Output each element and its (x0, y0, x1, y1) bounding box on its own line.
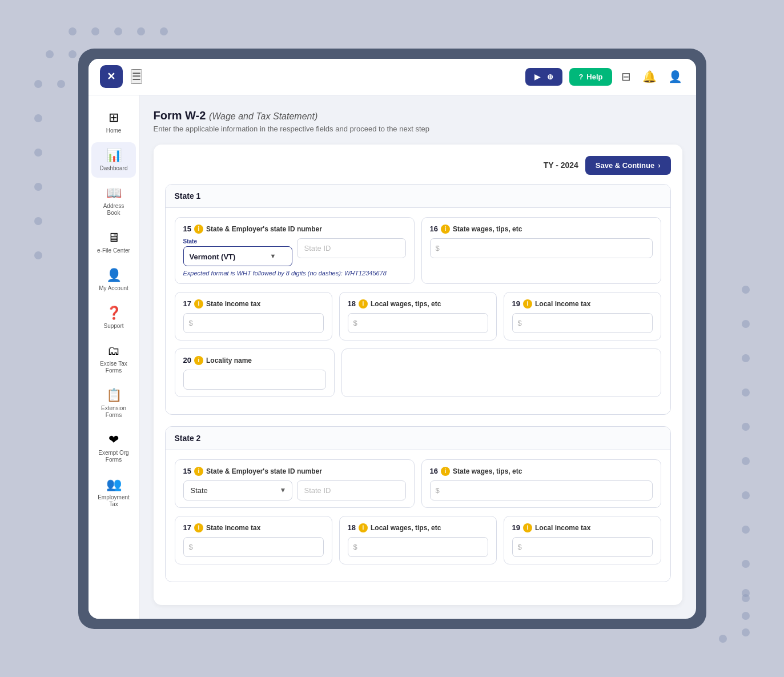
local-wages-input-2[interactable] (348, 537, 488, 557)
logo: ✕ (100, 65, 123, 88)
state1-field15-hint: Expected format is WHT followed by 8 dig… (183, 270, 406, 277)
dollar-sign-18-s2: $ (353, 543, 357, 551)
sidebar-item-exempt-org[interactable]: ❤ Exempt Org Forms (91, 427, 136, 469)
state-wages-input-1[interactable] (430, 238, 653, 258)
sidebar-item-label: Exempt Org Forms (96, 450, 131, 463)
state1-field16: 16 i State wages, tips, etc $ (421, 217, 661, 284)
camera-icon-button[interactable]: ⊟ (619, 67, 633, 86)
state-id-input-1[interactable] (297, 238, 406, 258)
sidebar-item-employment-tax[interactable]: 👥 Employment Tax (91, 471, 136, 514)
info-icon-16[interactable]: i (441, 225, 450, 234)
app-card: ✕ ☰ ▶ ⊕ ? Help ⊟ 🔔 👤 (78, 49, 706, 629)
info-icon-19-s2[interactable]: i (523, 523, 532, 532)
form-container: TY - 2024 Save & Continue › State 1 (154, 145, 682, 605)
state-select-2[interactable]: State Vermont (VT) California (CA) New Y… (183, 480, 292, 500)
top-bar: ✕ ☰ ▶ ⊕ ? Help ⊟ 🔔 👤 (89, 59, 696, 95)
sidebar-item-home[interactable]: ⊞ Home (91, 105, 136, 140)
menu-toggle-button[interactable]: ☰ (131, 69, 142, 84)
state1-empty-cell (341, 348, 661, 397)
field16-input-wrapper: $ (430, 238, 653, 258)
locality-name-input-1[interactable] (183, 370, 326, 390)
state2-row2: 17 i State income tax $ (175, 516, 661, 564)
info-icon-20[interactable]: i (194, 356, 203, 365)
start-icon: ▶ (534, 73, 540, 81)
state1-field17: 17 i State income tax $ (175, 292, 332, 340)
info-icon-15-s2[interactable]: i (194, 467, 203, 476)
sidebar-item-extension-forms[interactable]: 📋 Extension Forms (91, 382, 136, 424)
info-icon-19[interactable]: i (523, 299, 532, 309)
info-icon-17[interactable]: i (194, 299, 203, 309)
info-icon-18-s2[interactable]: i (359, 523, 368, 532)
info-icon-15[interactable]: i (194, 225, 203, 234)
state-id-wrapper-1 (297, 238, 406, 266)
page-subtitle: Enter the applicable information in the … (154, 125, 682, 133)
sidebar-item-label: e-File Center (97, 247, 130, 254)
local-income-tax-input-2[interactable] (512, 537, 653, 557)
local-income-tax-input-1[interactable] (512, 313, 653, 333)
state-select-1[interactable]: Vermont (VT) California (CA) New York (N… (184, 248, 292, 266)
field19-s2-input-wrapper: $ (512, 537, 653, 557)
sidebar-item-label: Address Book (96, 203, 131, 217)
sidebar-item-label: Dashboard (100, 165, 128, 172)
start-button[interactable]: ▶ ⊕ (525, 68, 562, 86)
state-2-section: State 2 15 i State & Employer's state ID… (165, 426, 671, 582)
state-wages-input-2[interactable] (430, 480, 653, 500)
info-icon-17-s2[interactable]: i (194, 523, 203, 532)
excise-tax-icon: 🗂 (107, 343, 120, 358)
chevron-right-icon: › (658, 161, 660, 170)
dollar-sign-19-s2: $ (518, 543, 522, 551)
dollar-sign-19: $ (518, 319, 522, 327)
content-area: Form W-2 (Wage and Tax Statement) Enter … (140, 95, 696, 619)
sidebar-item-excise-tax[interactable]: 🗂 Excise Tax Forms (91, 338, 136, 380)
state2-row1: 15 i State & Employer's state ID number … (175, 459, 661, 508)
efile-icon: 🖥 (107, 230, 120, 245)
state-id-input-2[interactable] (297, 480, 406, 500)
page-title: Form W-2 (Wage and Tax Statement) (154, 109, 682, 122)
sidebar-item-address-book[interactable]: 📖 Address Book (91, 180, 136, 222)
main-layout: ⊞ Home 📊 Dashboard 📖 Address Book 🖥 e-Fi… (89, 95, 696, 619)
state-2-body: 15 i State & Employer's state ID number … (166, 450, 670, 582)
field17-s2-input-wrapper: $ (183, 537, 324, 557)
sidebar-item-label: Home (106, 127, 122, 134)
top-bar-right: ▶ ⊕ ? Help ⊟ 🔔 👤 (525, 67, 684, 86)
state-2-header: State 2 (166, 427, 670, 450)
state1-field19: 19 i Local income tax $ (504, 292, 661, 340)
state-select-wrapper: State Vermont (VT) California (CA) New Y… (183, 238, 292, 266)
ty-label: TY - 2024 (544, 161, 578, 170)
sidebar-item-my-account[interactable]: 👤 My Account (91, 262, 136, 298)
local-wages-input-1[interactable] (348, 313, 488, 333)
employment-tax-icon: 👥 (106, 477, 122, 492)
bell-icon-button[interactable]: 🔔 (640, 67, 659, 86)
state1-field20: 20 i Locality name (175, 348, 335, 397)
profile-icon-button[interactable]: 👤 (666, 67, 685, 86)
help-button[interactable]: ? Help (569, 68, 612, 86)
save-continue-button[interactable]: Save & Continue › (585, 156, 671, 175)
sidebar: ⊞ Home 📊 Dashboard 📖 Address Book 🖥 e-Fi… (89, 95, 140, 619)
state-select-label: State (183, 238, 292, 245)
sidebar-item-label: My Account (99, 285, 128, 292)
state2-field19: 19 i Local income tax $ (504, 516, 661, 564)
sidebar-item-dashboard[interactable]: 📊 Dashboard (91, 142, 136, 178)
state-income-tax-input-2[interactable] (183, 537, 324, 557)
field18-input-wrapper: $ (348, 313, 488, 333)
info-icon-18[interactable]: i (359, 299, 368, 309)
state-1-header: State 1 (166, 185, 670, 208)
home-icon: ⊞ (108, 110, 119, 125)
info-icon-16-s2[interactable]: i (441, 467, 450, 476)
state1-field15-inputs: State Vermont (VT) California (CA) New Y… (183, 238, 406, 266)
form-header: TY - 2024 Save & Continue › (165, 156, 671, 175)
sidebar-item-support[interactable]: ❓ Support (91, 300, 136, 335)
exempt-org-icon: ❤ (108, 432, 119, 447)
sidebar-item-efile-center[interactable]: 🖥 e-File Center (91, 225, 136, 260)
help-icon: ? (578, 73, 583, 81)
state1-field16-label: 16 i State wages, tips, etc (430, 225, 653, 234)
dollar-sign-16: $ (436, 244, 440, 253)
sidebar-item-label: Employment Tax (96, 494, 131, 508)
inner-card: ✕ ☰ ▶ ⊕ ? Help ⊟ 🔔 👤 (89, 59, 696, 619)
state-select-inner: Vermont (VT) California (CA) New York (N… (183, 246, 292, 266)
top-bar-left: ✕ ☰ (100, 65, 142, 88)
field16-s2-input-wrapper: $ (430, 480, 653, 500)
state1-row3: 20 i Locality name (175, 348, 661, 397)
state-income-tax-input-1[interactable] (183, 313, 324, 333)
state2-field18: 18 i Local wages, tips, etc $ (339, 516, 497, 564)
